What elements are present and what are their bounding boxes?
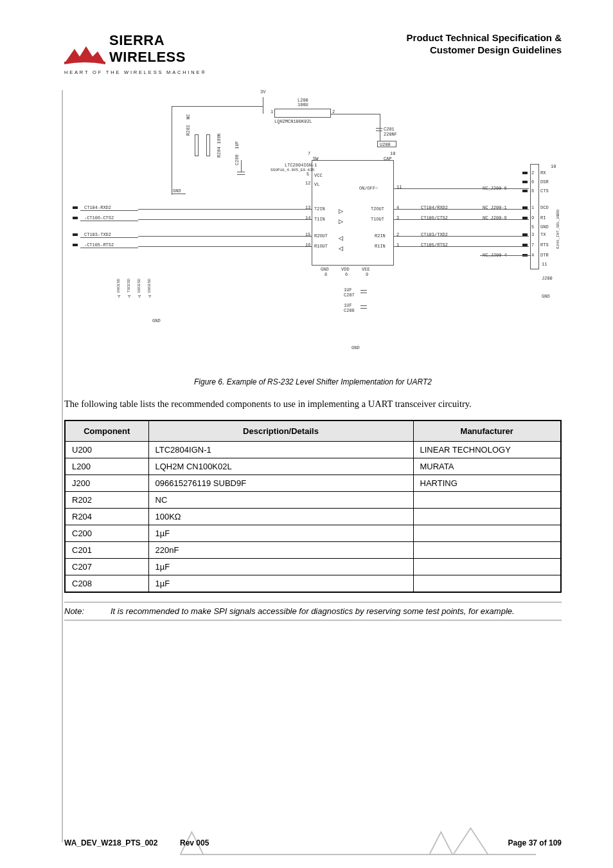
intro-paragraph: The following table lists the recommende… [64,398,562,411]
table-cell: NC [148,491,413,508]
table-cell: J200 [65,475,148,491]
table-row: R202NC [65,491,561,508]
footer-page: Page 37 of 109 [508,838,562,847]
table-row: U200LTC2804IGN-1LINEAR TECHNOLOGY [65,441,561,458]
schem-c200: C200 1UF [235,141,240,165]
th-manufacturer: Manufacturer [413,420,561,442]
table-cell: 100KΩ [148,508,413,525]
note-label: Note: [64,606,99,616]
schem-esd-2: DOCESD [137,278,141,293]
schem-gnd-bot: GND [152,318,161,323]
footer-tabs-decoration [180,827,536,855]
schematic-figure: 3V L200100U 1 2 LQH2MCN100K02L R202 NC R… [69,89,557,372]
schem-r202: R202 NC [186,114,191,136]
table-cell: LQH2M CN100K02L [148,458,413,475]
schem-gnd-r: GND [542,294,550,299]
table-row: C2071µF [65,558,561,575]
table-cell: U200 [65,441,148,458]
schem-sig-2: CT103-TXD2 [84,232,111,237]
table-cell: C201 [65,541,148,558]
logo-tagline: HEART OF THE WIRELESS MACHINE® [64,69,231,75]
note-text: It is recommended to make SPI signals ac… [111,606,515,616]
table-row: L200LQH2M CN100K02LMURATA [65,458,561,475]
header-line2: Customer Design Guidelines [317,44,562,57]
table-cell: MURATA [413,458,561,475]
th-component: Component [65,420,148,442]
schem-r204: R204 100K [217,133,222,158]
schem-esd-0: DOCESD [116,278,121,293]
schem-3v: 3V [260,89,265,95]
left-margin-rule [62,90,63,842]
schem-esd-1: TOCESD [127,278,131,293]
table-cell: C208 [65,575,148,592]
footer-rev: Rev 005 [180,838,209,847]
table-cell [413,541,561,558]
table-cell [413,491,561,508]
schem-sig-1: -CT106-CTS2 [84,215,114,221]
schem-u200: U200 [380,142,391,147]
table-cell: 096615276119 SUBD9F [148,475,413,491]
table-cell: C207 [65,558,148,575]
table-cell [413,558,561,575]
table-cell [413,508,561,525]
note-block: Note: It is recommended to make SPI sign… [64,602,562,620]
table-header-row: Component Description/Details Manufactur… [65,420,561,442]
schem-conn-side: RJ45_INT_SRL_UBRD [556,210,560,249]
page-footer: WA_DEV_W218_PTS_002 Rev 005 Page 37 of 1… [64,838,562,847]
table-row: R204100KΩ [65,508,561,525]
schem-gnd-cbot: GND [351,345,360,350]
logo-block: SIERRA WIRELESS HEART OF THE WIRELESS MA… [64,32,231,75]
schem-chip-title: LTC2804IGN-1 [285,163,317,168]
table-cell [413,575,561,592]
page-header: SIERRA WIRELESS HEART OF THE WIRELESS MA… [64,32,562,75]
table-cell: LINEAR TECHNOLOGY [413,441,561,458]
footer-doc-id: WA_DEV_W218_PTS_002 [64,838,157,847]
logo-text: SIERRA WIRELESS [109,32,231,66]
table-cell: 1µF [148,575,413,592]
table-row: C201220nF [65,541,561,558]
sierra-wireless-logo-icon [64,42,105,66]
table-cell: LTC2804IGN-1 [148,441,413,458]
table-cell: 1µF [148,558,413,575]
schem-c208: 1UFC208 [344,303,355,313]
schem-gnd-left: GND [173,188,181,194]
table-cell: C200 [65,525,148,541]
th-description: Description/Details [148,420,413,442]
table-cell: R204 [65,508,148,525]
schem-c201: C201220NF [384,127,397,137]
table-cell [413,525,561,541]
schem-sig-3: -CT105-RTS2 [84,242,114,248]
schem-l200-pn: LQH2MCN100K02L [274,119,312,124]
table-row: J200096615276119 SUBD9FHARTING [65,475,561,491]
schem-l200: L200100U [298,98,308,107]
table-cell: HARTING [413,475,561,491]
table-row: C2001µF [65,525,561,541]
table-cell: 220nF [148,541,413,558]
schem-esd-3: DOCESD [147,278,152,293]
header-title: Product Technical Specification & Custom… [317,32,562,57]
figure-caption: Figure 6. Example of RS-232 Level Shifte… [64,377,562,386]
table-row: C2081µF [65,575,561,592]
schem-chip [312,160,394,266]
table-cell: L200 [65,458,148,475]
table-cell: R202 [65,491,148,508]
schem-sig-0: CT104-RXD2 [84,205,111,210]
schem-c207: 1UFC207 [344,287,355,298]
page: SIERRA WIRELESS HEART OF THE WIRELESS MA… [0,0,613,868]
schem-conn-name: J200 [542,276,553,281]
header-line1: Product Technical Specification & [317,32,562,44]
components-table: Component Description/Details Manufactur… [64,420,562,593]
table-cell: 1µF [148,525,413,541]
